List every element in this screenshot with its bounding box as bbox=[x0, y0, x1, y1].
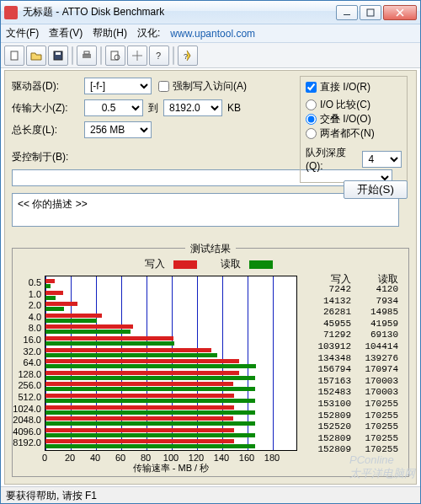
svg-rect-5 bbox=[84, 51, 89, 54]
new-file-icon[interactable] bbox=[4, 46, 24, 66]
direct-io-checkbox[interactable] bbox=[306, 82, 317, 93]
menu-file[interactable]: 文件(F) bbox=[6, 26, 39, 40]
title-bar[interactable]: 无标题 - ATTO Disk Benchmark bbox=[1, 1, 420, 24]
toolbar-separator bbox=[173, 46, 174, 65]
print-icon[interactable] bbox=[77, 46, 97, 66]
queue-depth-select[interactable]: 4 bbox=[362, 151, 402, 168]
results-title: 测试结果 bbox=[185, 242, 236, 256]
svg-rect-4 bbox=[83, 54, 91, 58]
length-label: 总长度(L): bbox=[12, 123, 84, 137]
results-panel: 测试结果 写入 读取 0.51.02.04.08.016.032.064.012… bbox=[12, 248, 409, 477]
description-box[interactable]: << 你的描述 >> bbox=[12, 193, 399, 227]
force-write-checkbox[interactable] bbox=[158, 81, 169, 92]
svg-rect-3 bbox=[56, 52, 61, 55]
length-select[interactable]: 256 MB bbox=[84, 121, 152, 138]
window-title: 无标题 - ATTO Disk Benchmark bbox=[23, 5, 336, 19]
menu-bar: 文件(F) 查看(V) 帮助(H) 汉化: www.upantool.com bbox=[1, 24, 420, 43]
io-neither-radio[interactable] bbox=[306, 128, 317, 139]
open-file-icon[interactable] bbox=[26, 46, 46, 66]
save-icon[interactable] bbox=[48, 46, 68, 66]
chart-x-label: 传输速率 - MB / 秒 bbox=[45, 462, 297, 475]
toolbar-separator bbox=[100, 46, 102, 65]
svg-rect-0 bbox=[367, 9, 374, 16]
xfer-label: 传输大小(Z): bbox=[12, 101, 84, 115]
svg-rect-1 bbox=[11, 51, 18, 60]
io-options-panel: 直接 I/O(R) I/O 比较(C) 交叠 I/O(O) 两者都不(N) 队列… bbox=[300, 76, 408, 183]
io-overlap-radio[interactable] bbox=[306, 114, 317, 125]
menu-chs-label: 汉化: bbox=[137, 26, 160, 40]
start-button[interactable]: 开始(S) bbox=[344, 180, 408, 199]
kb-label: KB bbox=[227, 102, 241, 114]
about-icon[interactable]: ? bbox=[178, 46, 198, 66]
results-numbers: 7242412014132793426281149854595541959712… bbox=[304, 284, 398, 451]
xfer-to-select[interactable]: 8192.0 bbox=[163, 99, 222, 116]
svg-text:?: ? bbox=[156, 51, 161, 61]
toolbar: ? ? bbox=[1, 43, 420, 68]
app-icon bbox=[4, 6, 18, 19]
to-label: 到 bbox=[148, 101, 158, 115]
io-overlap-label: 交叠 I/O(O) bbox=[320, 112, 371, 126]
close-button[interactable] bbox=[383, 5, 417, 20]
queue-depth-label: 队列深度(Q): bbox=[306, 146, 359, 172]
menu-url[interactable]: www.upantool.com bbox=[170, 28, 255, 40]
legend-write-swatch bbox=[173, 260, 197, 269]
legend-read-swatch bbox=[249, 260, 273, 269]
maximize-button[interactable] bbox=[360, 5, 381, 20]
io-neither-label: 两者都不(N) bbox=[320, 126, 375, 141]
menu-help[interactable]: 帮助(H) bbox=[93, 26, 127, 40]
chart-y-labels: 0.51.02.04.08.016.032.064.0128.0256.0512… bbox=[13, 277, 43, 451]
xfer-from-select[interactable]: 0.5 bbox=[84, 99, 143, 116]
help-icon[interactable]: ? bbox=[149, 46, 169, 66]
status-bar: 要获得帮助, 请按 F1 bbox=[1, 486, 420, 503]
content-panel: 驱动器(D): [-f-] 强制写入访问(A) 传输大小(Z): 0.5 到 8… bbox=[4, 70, 417, 485]
svg-text:?: ? bbox=[184, 52, 188, 61]
menu-view[interactable]: 查看(V) bbox=[49, 26, 83, 40]
drive-select[interactable]: [-f-] bbox=[84, 78, 152, 94]
direct-io-label: 直接 I/O(R) bbox=[320, 80, 370, 94]
io-compare-radio[interactable] bbox=[306, 99, 317, 110]
preview-icon[interactable] bbox=[105, 46, 125, 66]
app-window: 无标题 - ATTO Disk Benchmark 文件(F) 查看(V) 帮助… bbox=[0, 0, 421, 504]
chart-plot-area bbox=[45, 276, 297, 451]
minimize-button[interactable] bbox=[336, 5, 358, 20]
toolbar-separator bbox=[72, 46, 73, 65]
force-write-label: 强制写入访问(A) bbox=[173, 79, 247, 94]
move-icon[interactable] bbox=[127, 46, 147, 66]
io-compare-label: I/O 比较(C) bbox=[320, 98, 370, 112]
drive-label: 驱动器(D): bbox=[12, 79, 84, 94]
controlled-by-label: 受控制于(B): bbox=[12, 150, 84, 164]
